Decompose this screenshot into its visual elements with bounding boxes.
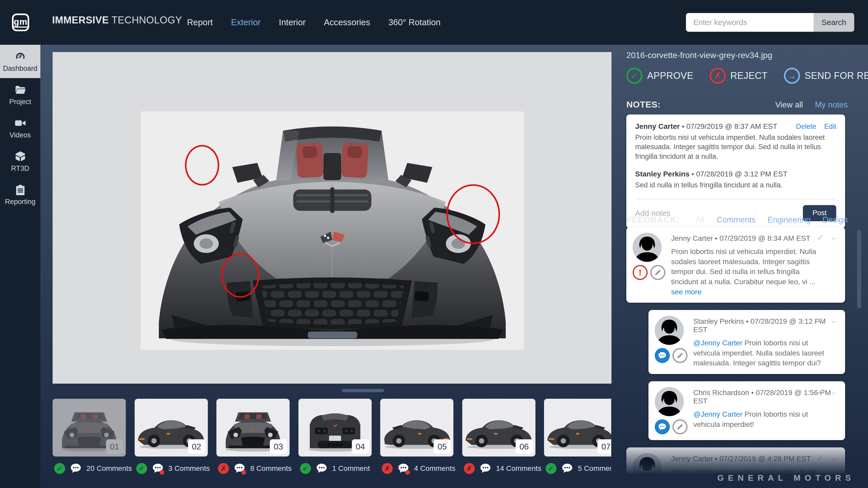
sidebar-item-label: Dashboard — [3, 65, 37, 73]
avatar — [655, 387, 684, 416]
thumbnail-number-badge: 06 — [516, 439, 533, 454]
feedback-filter-links: AllCommentsEngineeringDesign — [695, 215, 848, 225]
thumbnail[interactable]: 05 — [380, 399, 454, 456]
feedback-filter-all[interactable]: All — [695, 215, 705, 225]
chat-icon[interactable] — [655, 419, 670, 434]
pencil-icon[interactable] — [673, 419, 687, 434]
comments-icon[interactable] — [561, 463, 573, 474]
feedback-card: Chris Richardson • 07/28/2019 @ 1:56 PM … — [648, 381, 845, 440]
comments-icon[interactable] — [70, 463, 82, 474]
unread-dot — [160, 470, 164, 475]
review-panel: 2016-corvette-front-view-grey-rev34.jpg … — [622, 45, 868, 488]
thumbnail[interactable]: 07 — [544, 399, 611, 456]
image-viewer[interactable] — [53, 52, 612, 384]
resolve-check-icon[interactable]: ✓ — [817, 453, 825, 463]
note-author: Jenny Carter — [635, 122, 680, 130]
reply-arrow-icon[interactable]: ← — [830, 387, 839, 397]
review-actions: ✓ APPROVE ✗ REJECT → SEND FOR REVIEW — [626, 68, 868, 84]
feedback-card-actions: ✓ ← — [817, 315, 839, 326]
see-more-link[interactable]: see more — [671, 288, 702, 296]
nav-item-360-rotation[interactable]: 360° Rotation — [388, 18, 440, 27]
comments-icon[interactable] — [479, 463, 491, 474]
nav-item-accessories[interactable]: Accessories — [324, 18, 370, 27]
reject-button[interactable]: ✗ REJECT — [710, 68, 768, 84]
annotation-circle-foglight[interactable] — [221, 253, 259, 298]
sidebar-item-reporting[interactable]: Reporting — [0, 178, 40, 212]
nav-item-interior[interactable]: Interior — [279, 18, 306, 27]
sidebar-item-dashboard[interactable]: Dashboard — [0, 45, 40, 78]
notes-divider — [635, 199, 836, 199]
app-root: gm IMMERSIVE TECHNOLOGY ReportExteriorIn… — [0, 0, 868, 488]
annotation-circle-mirror[interactable] — [185, 145, 219, 186]
comments-count-label: 1 Comment — [332, 464, 370, 473]
reply-arrow-icon[interactable]: ← — [830, 453, 839, 463]
feedback-filter-design[interactable]: Design — [823, 215, 848, 225]
note-body: Sed id nulla in tellus fringilla tincidu… — [635, 181, 836, 190]
search-input[interactable] — [686, 13, 813, 32]
thumbnail-number-badge: 02 — [188, 439, 205, 454]
thumbnail[interactable]: 01 — [53, 399, 126, 456]
comments-icon[interactable] — [234, 463, 246, 474]
feedback-scrollbar[interactable] — [857, 230, 861, 308]
avatar — [632, 453, 662, 482]
horizontal-scrollbar[interactable] — [342, 389, 384, 392]
note-author-line: Jenny Carter • 07/29/2019 @ 8:37 AM EST — [635, 122, 777, 131]
sidebar-item-label: Project — [9, 98, 31, 106]
avatar — [655, 316, 684, 345]
comments-icon[interactable] — [316, 463, 328, 474]
approve-button[interactable]: ✓ APPROVE — [626, 68, 693, 84]
thumbnail[interactable]: 03 — [216, 399, 289, 456]
resolve-check-icon[interactable]: ✓ — [817, 315, 825, 326]
feedback-filter-comments[interactable]: Comments — [716, 215, 755, 225]
thumbnail-cell-04: 04 ✓ 1 Comment — [299, 399, 372, 474]
sidebar-item-videos[interactable]: Videos — [0, 111, 40, 145]
delete-note-link[interactable]: Delete — [796, 123, 816, 131]
alert-icon[interactable]: ! — [632, 485, 648, 488]
thumbnail-number-badge: 04 — [352, 439, 369, 454]
mention-link[interactable]: @Jenny Carter — [693, 410, 745, 418]
feedback-text: Proin lobortis nisi ut vehicula imperdie… — [671, 248, 816, 286]
unread-dot — [405, 470, 410, 475]
sidebar-item-rt3d[interactable]: RT3D — [0, 145, 40, 178]
reply-arrow-icon[interactable]: ← — [830, 315, 839, 326]
comments-icon[interactable] — [397, 463, 409, 474]
content-area: 01 ✓ 20 Comments 02 ✓ 3 Comments 03 — [40, 45, 868, 488]
feedback-body: @Jenny Carter Proin lobortis nisi ut veh… — [693, 410, 838, 429]
thumbnail[interactable]: 06 — [462, 399, 535, 456]
feedback-author-line: Chris Richardson • 07/28/2019 @ 1:56 PM … — [693, 389, 838, 405]
gm-logo[interactable]: gm — [12, 13, 29, 31]
thumbnail-status-row: ✓ 5 Comments — [546, 463, 611, 474]
review-action-label: REJECT — [731, 70, 768, 81]
reject-icon: ✗ — [710, 68, 726, 84]
thumbnail-status-row: ✓ 3 Comments — [136, 463, 208, 474]
thumbnail[interactable]: 02 — [135, 399, 208, 456]
pencil-icon[interactable] — [673, 348, 687, 363]
resolve-check-icon[interactable]: ✓ — [817, 387, 825, 397]
feedback-filter-engineering[interactable]: Engineering — [768, 215, 810, 225]
chat-icon[interactable] — [655, 348, 670, 363]
edit-note-link[interactable]: Edit — [824, 123, 836, 131]
notes-link-my-notes[interactable]: My notes — [815, 100, 848, 109]
resolve-check-icon[interactable]: ✓ — [817, 232, 825, 242]
nav-item-exterior[interactable]: Exterior — [231, 18, 261, 27]
search-button[interactable]: Search — [813, 13, 854, 32]
pencil-icon[interactable] — [650, 485, 665, 488]
review-button[interactable]: → SEND FOR REVIEW — [784, 68, 868, 84]
gm-logo-text: gm — [13, 17, 28, 28]
sidebar-item-project[interactable]: Project — [0, 78, 40, 111]
annotation-circle-headlight[interactable] — [446, 184, 500, 244]
notes-link-view-all[interactable]: View all — [775, 100, 803, 109]
note-meta: • 07/29/2019 @ 8:37 AM EST — [680, 122, 777, 130]
alert-icon[interactable]: ! — [632, 265, 648, 280]
folder-icon — [14, 84, 26, 96]
thumbnail[interactable]: 04 — [299, 399, 372, 456]
comments-icon[interactable] — [152, 463, 164, 474]
mention-link[interactable]: @Jenny Carter — [693, 339, 745, 347]
nav-item-report[interactable]: Report — [187, 18, 213, 27]
pencil-icon[interactable] — [650, 265, 665, 280]
reply-arrow-icon[interactable]: ← — [830, 232, 839, 242]
note-author: Stanley Perkins — [635, 170, 690, 178]
note-meta: • 07/28/2019 @ 3:12 PM EST — [690, 170, 787, 178]
main-nav: ReportExteriorInteriorAccessories360° Ro… — [187, 0, 441, 45]
rejected-x-icon: ✗ — [382, 463, 393, 474]
